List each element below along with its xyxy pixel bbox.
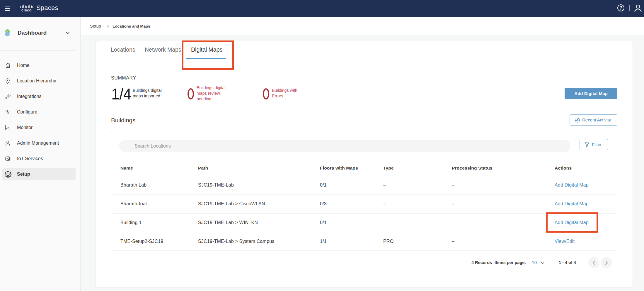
svg-text:cisco: cisco bbox=[21, 8, 32, 12]
